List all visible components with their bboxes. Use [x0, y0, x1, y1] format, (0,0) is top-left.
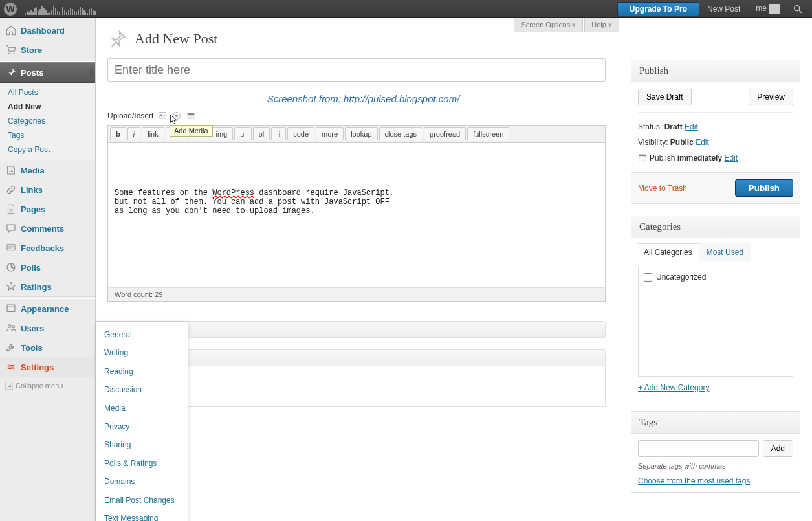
settings-flyout-privacy[interactable]: Privacy [96, 417, 188, 436]
settings-flyout-sharing[interactable]: Sharing [96, 436, 188, 454]
save-draft-button[interactable]: Save Draft [638, 89, 692, 105]
publish-box: Publish Save Draft Preview Status: Draft… [631, 60, 800, 204]
settings-flyout-media[interactable]: Media [96, 399, 188, 417]
settings-flyout-writing[interactable]: Writing [96, 344, 188, 362]
quicktag-close-tags[interactable]: close tags [379, 127, 423, 140]
preview-button[interactable]: Preview [749, 89, 793, 105]
add-media-tooltip: Add Media [170, 125, 213, 137]
settings-flyout-polls-ratings[interactable]: Polls & Ratings [96, 454, 188, 472]
svg-point-7 [8, 325, 12, 328]
admin-menu: DashboardStorePostsAll PostsAdd NewCateg… [0, 18, 96, 521]
screen-meta: Screen Options Help [514, 18, 619, 32]
help-tab[interactable]: Help [584, 18, 619, 32]
page-title: Add New Post [135, 30, 217, 47]
sidebar-column: Publish Save Draft Preview Status: Draft… [631, 18, 812, 521]
sidebar-item-settings[interactable]: Settings [0, 357, 95, 377]
settings-flyout-discussion[interactable]: Discussion [96, 381, 188, 399]
new-post-link[interactable]: New Post [699, 5, 748, 14]
svg-point-0 [795, 5, 800, 10]
quicktag-code[interactable]: code [287, 127, 314, 140]
svg-point-2 [8, 53, 10, 54]
sidebar-subitem-copy-a-post[interactable]: Copy a Post [0, 142, 95, 157]
tab-all-categories[interactable]: All Categories [637, 243, 699, 261]
quicktag-more[interactable]: more [316, 127, 344, 140]
categories-heading: Categories [631, 216, 800, 238]
add-media-icon[interactable] [157, 111, 168, 121]
settings-flyout-text-messaging[interactable]: Text Messaging [96, 509, 188, 521]
word-count-bar: Word count: 29 [107, 287, 606, 302]
sidebar-item-dashboard[interactable]: Dashboard [0, 21, 95, 40]
sidebar-item-ratings[interactable]: Ratings [0, 277, 95, 296]
quicktag-ol[interactable]: ol [253, 127, 270, 140]
edit-status-link[interactable]: Edit [685, 122, 698, 131]
move-to-trash-link[interactable]: Move to Trash [638, 184, 687, 193]
settings-flyout-menu: GeneralWritingReadingDiscussionMediaPriv… [96, 321, 188, 521]
watermark-text: Screenshot from: http://pulsed.blogspot.… [107, 93, 619, 104]
admin-bar: W Upgrade To Pro New Post me [0, 0, 812, 18]
sidebar-item-appearance[interactable]: Appearance [0, 299, 95, 318]
svg-rect-21 [639, 155, 646, 156]
sidebar-item-pages[interactable]: Pages [0, 199, 95, 219]
quicktag-i[interactable]: i [127, 127, 140, 140]
search-icon[interactable] [793, 4, 803, 14]
edit-visibility-link[interactable]: Edit [696, 138, 709, 147]
quicktag-proofread[interactable]: proofread [424, 127, 466, 140]
stats-sparkline-icon[interactable] [25, 3, 96, 15]
settings-flyout-domains[interactable]: Domains [96, 472, 188, 491]
sidebar-item-comments[interactable]: Comments [0, 219, 95, 238]
svg-point-8 [12, 326, 15, 328]
add-new-category-link[interactable]: + Add New Category [638, 383, 793, 392]
wordpress-logo-icon[interactable]: W [4, 3, 17, 16]
add-tag-button[interactable]: Add [763, 440, 793, 457]
svg-point-12 [12, 367, 14, 369]
svg-rect-6 [7, 305, 15, 312]
post-content-editor[interactable]: Some features on the WordPress dashboard… [107, 142, 606, 287]
sidebar-item-store[interactable]: Store [0, 40, 95, 60]
quicktag-b[interactable]: b [110, 127, 126, 140]
quicktag-lookup[interactable]: lookup [345, 127, 377, 140]
screen-options-tab[interactable]: Screen Options [514, 18, 583, 32]
svg-rect-18 [188, 115, 195, 116]
quicktag-li[interactable]: li [271, 127, 286, 140]
svg-point-16 [175, 115, 178, 117]
sidebar-item-tools[interactable]: Tools [0, 338, 95, 357]
add-audio-icon[interactable] [171, 111, 182, 121]
quicktag-ul[interactable]: ul [234, 127, 252, 140]
user-menu[interactable]: me [748, 4, 787, 14]
sidebar-subitem-add-new[interactable]: Add New [0, 100, 95, 114]
settings-flyout-email-post-changes[interactable]: Email Post Changes [96, 491, 188, 509]
sidebar-item-polls[interactable]: Polls [0, 258, 95, 277]
quicktag-img[interactable]: img [210, 127, 233, 140]
media-buttons-row: Upload/Insert Add Media [107, 111, 619, 121]
upgrade-button[interactable]: Upgrade To Pro [617, 2, 699, 16]
sidebar-item-links[interactable]: Links [0, 180, 95, 199]
avatar-icon [769, 4, 780, 14]
sidebar-item-users[interactable]: Users [0, 318, 95, 338]
settings-flyout-reading[interactable]: Reading [96, 362, 188, 381]
sidebar-item-feedbacks[interactable]: Feedbacks [0, 238, 95, 258]
pin-icon [107, 28, 128, 49]
settings-flyout-general[interactable]: General [96, 326, 188, 344]
quicktag-link[interactable]: link [142, 127, 164, 140]
publish-button[interactable]: Publish [735, 179, 793, 197]
publish-heading: Publish [631, 60, 800, 82]
post-title-input[interactable] [107, 58, 606, 82]
tags-input[interactable] [638, 440, 759, 457]
add-custom-icon[interactable] [186, 111, 196, 121]
svg-point-14 [160, 114, 162, 116]
edit-schedule-link[interactable]: Edit [724, 153, 738, 162]
quicktag-fullscreen[interactable]: fullscreen [467, 127, 509, 140]
sidebar-subitem-tags[interactable]: Tags [0, 128, 95, 142]
sidebar-item-posts[interactable]: Posts [0, 62, 95, 83]
tab-most-used[interactable]: Most Used [699, 243, 751, 261]
calendar-icon [638, 153, 647, 162]
sidebar-subitem-all-posts[interactable]: All Posts [0, 85, 95, 100]
svg-line-1 [799, 10, 802, 13]
svg-rect-4 [7, 245, 15, 250]
collapse-menu-button[interactable]: ◂ Collapse menu [0, 377, 95, 395]
sidebar-subitem-categories[interactable]: Categories [0, 114, 95, 128]
sidebar-item-media[interactable]: Media [0, 161, 95, 180]
choose-tags-link[interactable]: Choose from the most used tags [638, 476, 793, 485]
category-item[interactable]: Uncategorized [644, 272, 787, 282]
svg-rect-17 [188, 113, 195, 115]
